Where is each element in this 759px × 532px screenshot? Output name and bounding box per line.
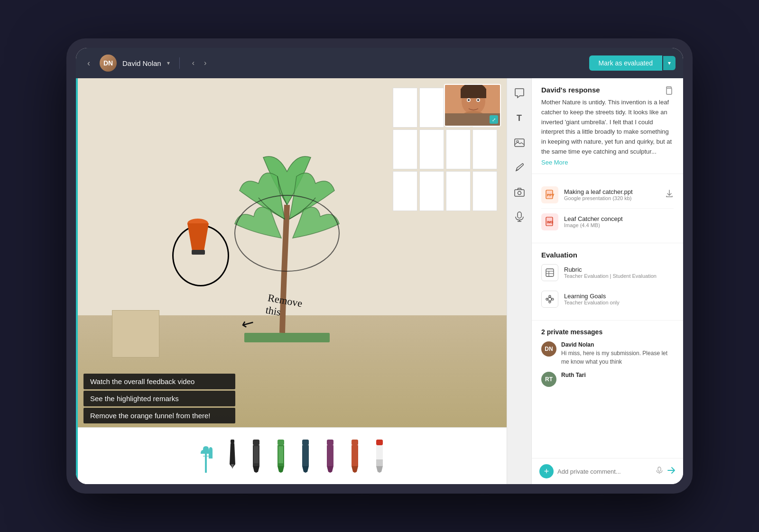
webcam-inset: ⤢: [444, 84, 501, 127]
canvas-area: Removethis ↗: [78, 78, 507, 427]
see-more-link[interactable]: See More: [541, 159, 674, 166]
user-dropdown-arrow[interactable]: ▾: [167, 60, 170, 66]
marker-tool-1[interactable]: [250, 440, 263, 473]
paper-12: [472, 171, 497, 211]
next-button[interactable]: ›: [201, 57, 209, 69]
draw-tool-icon[interactable]: [512, 160, 527, 175]
svg-rect-44: [546, 269, 554, 276]
response-section: David's response Mother Nature is untidy…: [532, 78, 683, 174]
svg-rect-26: [352, 445, 358, 466]
message-text-1: Hi miss, here is my submission. Please l…: [561, 349, 674, 366]
header-divider: [179, 57, 180, 69]
svg-rect-32: [515, 190, 524, 196]
download-icon-1[interactable]: [665, 189, 674, 200]
feedback-item-1[interactable]: Watch the overall feedback video: [83, 374, 235, 389]
svg-rect-37: [666, 88, 672, 94]
paper-11: [446, 171, 471, 211]
expand-button[interactable]: ⤢: [490, 115, 498, 124]
svg-text:PPT: PPT: [547, 193, 555, 197]
svg-point-12: [477, 99, 479, 101]
marker-tool-3[interactable]: [299, 440, 312, 473]
tablet-inner: ‹ DN David Nolan ▾ ‹ › Mark as evaluated…: [76, 48, 683, 484]
marker-tool-6[interactable]: [373, 440, 386, 473]
messages-section: 2 private messages DN David Nolan Hi mis…: [532, 321, 683, 400]
marker-tool-4[interactable]: [324, 440, 337, 473]
box-3d: [112, 310, 159, 358]
orange-funnel: [185, 218, 211, 256]
svg-rect-0: [244, 333, 330, 342]
marker-tool-2-green[interactable]: [274, 440, 287, 473]
webcam-face: ⤢: [445, 85, 500, 126]
camera-tool-icon[interactable]: [512, 184, 527, 200]
finger-pointer-tool[interactable]: [198, 440, 215, 473]
svg-rect-17: [253, 440, 259, 445]
header-left: ‹ DN David Nolan ▾ ‹ ›: [83, 55, 209, 72]
leaf-sculpture: [206, 96, 368, 371]
file-name-2: Leaf Catcher concept: [564, 215, 674, 222]
message-content-1: David Nolan Hi miss, here is my submissi…: [561, 341, 674, 366]
file-meta-2: Image (4.4 MB): [564, 222, 674, 228]
send-icon[interactable]: [667, 466, 676, 477]
text-tool-icon[interactable]: T: [512, 110, 527, 126]
rubric-name: Rubric: [564, 266, 674, 273]
paper-9: [393, 171, 417, 211]
svg-rect-22: [302, 445, 309, 466]
feedback-item-2[interactable]: See the highlighted remarks: [83, 391, 235, 406]
svg-rect-19: [278, 440, 284, 445]
back-button[interactable]: ‹: [83, 56, 94, 70]
marker-tool-5[interactable]: [348, 440, 361, 473]
message-content-2: Ruth Tari: [561, 372, 674, 387]
svg-rect-16: [231, 440, 234, 443]
svg-rect-25: [352, 440, 358, 445]
svg-rect-29: [376, 459, 383, 466]
messages-title: 2 private messages: [541, 328, 674, 336]
comment-input-field[interactable]: [557, 468, 652, 475]
paper-7: [446, 129, 471, 169]
attachment-item-2[interactable]: IMG Leaf Catcher concept Image (4.4 MB): [541, 209, 674, 235]
response-title: David's response: [541, 86, 600, 94]
response-text: Mother Nature is untidy. This invention …: [541, 98, 674, 157]
svg-rect-3: [192, 250, 205, 255]
svg-point-51: [546, 298, 548, 300]
mark-evaluated-button[interactable]: Mark as evaluated: [589, 55, 662, 71]
copy-icon[interactable]: [664, 86, 674, 98]
image-tool-icon[interactable]: [512, 135, 527, 150]
paper-2: [419, 88, 444, 128]
message-item-1: DN David Nolan Hi miss, here is my submi…: [541, 341, 674, 366]
rubric-meta: Teacher Evaluation | Student Evaluation: [564, 273, 674, 279]
video-container[interactable]: Removethis ↗: [78, 78, 507, 427]
prev-button[interactable]: ‹: [189, 57, 197, 69]
rubric-item[interactable]: Rubric Teacher Evaluation | Student Eval…: [541, 259, 674, 286]
tablet-frame: ‹ DN David Nolan ▾ ‹ › Mark as evaluated…: [66, 38, 693, 494]
mic-tool-icon[interactable]: [512, 209, 527, 224]
message-avatar-1: DN: [541, 341, 556, 357]
rubric-icon: [541, 264, 558, 281]
comment-input-area: +: [532, 458, 683, 484]
left-panel: Removethis ↗: [78, 78, 531, 484]
nav-arrows: ‹ ›: [189, 57, 210, 69]
img-file-icon: IMG: [541, 213, 558, 230]
learning-goals-item[interactable]: Learning Goals Teacher Evaluation only: [541, 286, 674, 312]
mark-evaluated-dropdown-button[interactable]: ▾: [663, 56, 676, 70]
learning-goals-info: Learning Goals Teacher Evaluation only: [564, 293, 674, 305]
user-name: David Nolan: [122, 59, 161, 67]
attachment-info-1: Making a leaf catcher.ppt Google present…: [564, 188, 659, 201]
svg-rect-30: [515, 139, 524, 147]
file-name-1: Making a leaf catcher.ppt: [564, 188, 659, 195]
attachment-item-1[interactable]: PPT Making a leaf catcher.ppt Google pre…: [541, 182, 674, 209]
avatar: DN: [100, 55, 117, 72]
ppt-file-icon: PPT: [541, 186, 558, 203]
add-comment-button[interactable]: +: [539, 464, 554, 478]
svg-point-52: [552, 298, 554, 300]
svg-point-49: [549, 295, 551, 297]
message-sender-1: David Nolan: [561, 341, 674, 348]
pen-tool-1[interactable]: [227, 440, 238, 473]
evaluation-title: Evaluation: [541, 251, 577, 259]
avatar-image: DN: [100, 55, 117, 72]
svg-point-50: [549, 301, 551, 303]
feedback-item-3[interactable]: Remove the orange funnel from there!: [83, 408, 235, 423]
svg-rect-8: [461, 89, 486, 98]
bubble-tool-icon[interactable]: [512, 86, 527, 101]
comment-mic-icon[interactable]: [656, 467, 663, 476]
attachments-section: PPT Making a leaf catcher.ppt Google pre…: [532, 174, 683, 243]
